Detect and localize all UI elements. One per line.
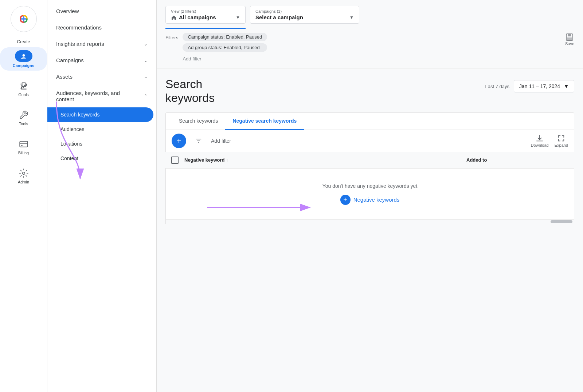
admin-icon bbox=[19, 168, 29, 178]
add-negative-keywords-button[interactable]: + Negative keywords bbox=[340, 195, 400, 205]
nav-item-campaigns[interactable]: Campaigns ⌄ bbox=[47, 52, 156, 68]
campaigns-icon-wrap bbox=[15, 50, 32, 62]
sidebar-item-billing[interactable]: Billing bbox=[0, 136, 47, 158]
table-header: Negative keyword ↑ Added to bbox=[165, 152, 574, 169]
empty-state-text: You don't have any negative keywords yet bbox=[175, 183, 565, 189]
page-title: Search keywords bbox=[165, 77, 215, 105]
save-label: Save bbox=[565, 41, 574, 46]
svg-rect-3 bbox=[20, 141, 28, 147]
last-days-label: Last 7 days bbox=[485, 84, 510, 89]
filter-icon bbox=[195, 137, 202, 144]
sidebar-item-goals[interactable]: Goals bbox=[0, 78, 47, 100]
nav-item-recommendations[interactable]: Recommendations bbox=[47, 19, 156, 36]
campaigns-dropdown-arrow: ▼ bbox=[349, 15, 354, 20]
nav-subitem-search-keywords[interactable]: Search keywords bbox=[47, 107, 153, 122]
col-header-added-to: Added to bbox=[466, 157, 568, 163]
view-dropdown-value-row: All campaigns ▼ bbox=[171, 14, 240, 20]
svg-rect-7 bbox=[568, 34, 571, 36]
campaigns-dropdown-value: Select a campaign bbox=[255, 14, 303, 20]
view-dropdown-label: View (2 filters) bbox=[171, 9, 240, 13]
create-button[interactable] bbox=[11, 6, 37, 32]
nav-item-insights-reports[interactable]: Insights and reports ⌄ bbox=[47, 36, 156, 52]
google-plus-icon bbox=[17, 12, 30, 25]
expand-label: Expand bbox=[555, 143, 568, 147]
expand-button[interactable]: Expand bbox=[555, 134, 568, 147]
scrollbar-area bbox=[165, 220, 574, 224]
sidebar-goals-label: Goals bbox=[18, 92, 29, 97]
add-negative-label: Negative keywords bbox=[353, 197, 400, 203]
date-range-value: Jan 11 – 17, 2024 bbox=[519, 83, 560, 89]
filter-tag-campaign-status[interactable]: Campaign status: Enabled, Paused bbox=[183, 33, 267, 41]
page-header: Search keywords Last 7 days Jan 11 – 17,… bbox=[165, 77, 574, 105]
download-label: Download bbox=[531, 143, 549, 147]
sidebar-campaigns-label: Campaigns bbox=[13, 63, 34, 68]
nav-subitem-content[interactable]: Content bbox=[47, 151, 156, 166]
billing-icon bbox=[19, 139, 29, 149]
save-button[interactable]: Save bbox=[565, 33, 574, 46]
tools-icon bbox=[19, 110, 29, 120]
scrollbar-thumb[interactable] bbox=[551, 220, 572, 223]
svg-point-1 bbox=[22, 54, 25, 57]
svg-rect-4 bbox=[21, 145, 22, 146]
add-button[interactable]: + bbox=[172, 134, 186, 148]
icon-sidebar: Create Campaigns bbox=[0, 0, 47, 392]
top-dropdowns: View (2 filters) All campaigns ▼ Campaig… bbox=[165, 6, 574, 24]
filter-icon-button[interactable] bbox=[192, 134, 205, 147]
date-range-arrow-icon: ▼ bbox=[564, 83, 569, 89]
expand-icon bbox=[557, 134, 565, 142]
campaigns-dropdown[interactable]: Campaigns (1) Select a campaign ▼ bbox=[250, 6, 359, 24]
add-filter-button[interactable]: Add filter bbox=[183, 54, 267, 64]
chevron-up-icon: ⌃ bbox=[144, 94, 148, 99]
sidebar-item-tools[interactable]: Tools bbox=[0, 107, 47, 129]
sidebar-tools-label: Tools bbox=[19, 122, 28, 126]
main-content: View (2 filters) All campaigns ▼ Campaig… bbox=[157, 0, 583, 392]
nav-subitem-audiences[interactable]: Audiences bbox=[47, 122, 156, 136]
nav-item-overview[interactable]: Overview bbox=[47, 3, 156, 19]
page-content: Search keywords Last 7 days Jan 11 – 17,… bbox=[157, 68, 583, 233]
create-label: Create bbox=[17, 39, 30, 44]
tabs-container: Search keywords Negative search keywords bbox=[165, 112, 574, 130]
sidebar-item-campaigns[interactable]: Campaigns bbox=[0, 47, 47, 71]
col-header-negative-keyword[interactable]: Negative keyword ↑ bbox=[184, 157, 466, 163]
add-negative-icon: + bbox=[340, 195, 351, 205]
view-dropdown-value: All campaigns bbox=[171, 14, 216, 20]
svg-rect-8 bbox=[567, 37, 572, 40]
date-range-button[interactable]: Jan 11 – 17, 2024 ▼ bbox=[514, 80, 574, 92]
sidebar-billing-label: Billing bbox=[18, 151, 29, 155]
tab-negative-search-keywords[interactable]: Negative search keywords bbox=[225, 113, 304, 130]
toolbar: + Add filter Download bbox=[165, 130, 574, 152]
sidebar-admin-label: Admin bbox=[18, 180, 29, 184]
sidebar-item-admin[interactable]: Admin bbox=[0, 165, 47, 187]
add-filter-text[interactable]: Add filter bbox=[211, 138, 231, 144]
nav-item-assets[interactable]: Assets ⌄ bbox=[47, 68, 156, 85]
home-icon bbox=[171, 15, 177, 20]
empty-state: You don't have any negative keywords yet… bbox=[165, 169, 574, 220]
chevron-down-icon: ⌄ bbox=[144, 74, 148, 79]
tabs-row: Search keywords Negative search keywords bbox=[166, 113, 574, 130]
chevron-down-icon: ⌄ bbox=[144, 41, 148, 47]
svg-point-5 bbox=[22, 172, 25, 175]
filter-tag-adgroup-status[interactable]: Ad group status: Enabled, Paused bbox=[183, 43, 267, 52]
chevron-down-icon: ⌄ bbox=[144, 58, 148, 63]
campaigns-icon bbox=[20, 52, 27, 60]
campaigns-dropdown-label: Campaigns (1) bbox=[255, 9, 354, 13]
campaigns-dropdown-value-row: Select a campaign ▼ bbox=[255, 14, 354, 20]
date-range-section: Last 7 days Jan 11 – 17, 2024 ▼ bbox=[485, 80, 574, 92]
filters-label: Filters bbox=[165, 35, 178, 40]
view-dropdown-arrow: ▼ bbox=[236, 15, 240, 20]
nav-subitem-locations[interactable]: Locations bbox=[47, 136, 156, 151]
goals-icon bbox=[19, 81, 29, 91]
select-all-checkbox[interactable] bbox=[171, 157, 179, 164]
filters-row: Filters Campaign status: Enabled, Paused… bbox=[165, 33, 574, 64]
nav-sidebar: Overview Recommendations Insights and re… bbox=[47, 0, 157, 392]
filters-tags: Campaign status: Enabled, Paused Ad grou… bbox=[183, 33, 267, 64]
tab-search-keywords[interactable]: Search keywords bbox=[172, 113, 225, 130]
view-dropdown[interactable]: View (2 filters) All campaigns ▼ bbox=[165, 6, 246, 24]
download-button[interactable]: Download bbox=[531, 134, 549, 147]
svg-rect-2 bbox=[21, 58, 23, 59]
sort-icon: ↑ bbox=[226, 158, 228, 162]
nav-item-audiences-keywords[interactable]: Audiences, keywords, and content ⌃ bbox=[47, 85, 156, 107]
download-icon bbox=[536, 134, 544, 142]
top-bar: View (2 filters) All campaigns ▼ Campaig… bbox=[157, 0, 583, 68]
save-icon bbox=[565, 33, 574, 41]
